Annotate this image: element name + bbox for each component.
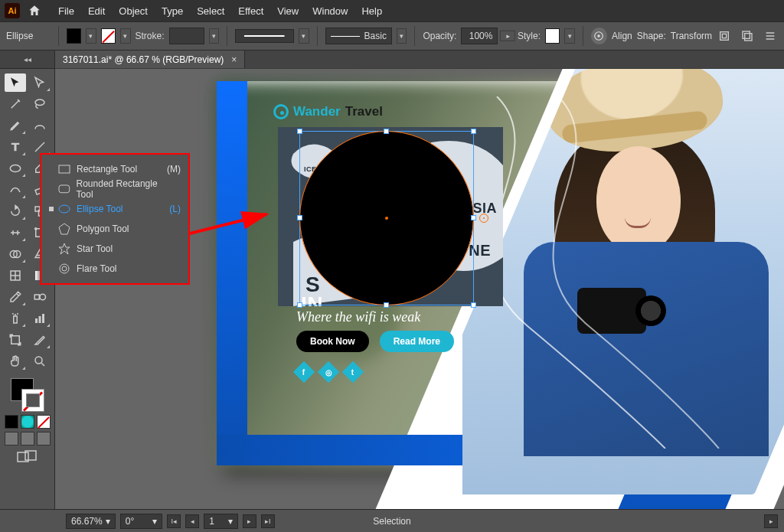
artboard-first[interactable]: I◂: [167, 514, 181, 528]
arrange-icon[interactable]: [763, 28, 778, 44]
draw-normal[interactable]: [5, 432, 18, 446]
opacity-dd[interactable]: [500, 31, 515, 41]
flyout-flare[interactable]: Flare Tool: [46, 259, 184, 279]
slice-tool[interactable]: [29, 331, 51, 349]
stroke-weight-dd[interactable]: [209, 28, 220, 44]
artboard-prev[interactable]: ◂: [185, 514, 199, 528]
document-tab[interactable]: 3167011.ai* @ 66.67 % (RGB/Preview) ×: [55, 51, 245, 68]
menu-type[interactable]: Type: [162, 5, 183, 17]
column-graph-tool[interactable]: [29, 309, 51, 328]
menu-edit[interactable]: Edit: [88, 5, 105, 17]
handle-bot-mid[interactable]: [384, 302, 389, 308]
align-button[interactable]: Align: [612, 31, 632, 41]
pie-widget[interactable]: [479, 214, 488, 223]
flyout-shortcut: (M): [167, 164, 181, 175]
artboard-number[interactable]: 1▾: [204, 514, 238, 529]
color-mode-gradient[interactable]: [21, 415, 34, 429]
isolate-icon[interactable]: [717, 28, 732, 44]
transform-button[interactable]: Transform: [671, 31, 712, 41]
type-tool[interactable]: [5, 138, 26, 156]
flyout-polygon[interactable]: Polygon Tool: [46, 219, 184, 239]
shaper-tool[interactable]: [5, 181, 26, 199]
shape-button[interactable]: Shape:: [637, 31, 666, 41]
lasso-tool[interactable]: [29, 95, 51, 113]
book-now-button[interactable]: Book Now: [296, 331, 369, 352]
handle-top-right[interactable]: [471, 129, 476, 134]
draw-inside[interactable]: [37, 432, 51, 446]
hand-tool[interactable]: [5, 352, 26, 370]
curvature-tool[interactable]: [29, 116, 51, 135]
close-tab-icon[interactable]: ×: [231, 54, 237, 65]
rotate-dropdown[interactable]: 0°▾: [120, 514, 162, 529]
pen-tool[interactable]: [5, 116, 26, 135]
magic-wand-tool[interactable]: [5, 95, 26, 113]
recolor-icon[interactable]: [591, 28, 607, 44]
width-tool[interactable]: [5, 224, 26, 242]
artboard-next[interactable]: ▸: [243, 514, 256, 528]
canvas[interactable]: Wander Travel ICELAND SSIA NE S IN: [55, 69, 784, 509]
stroke-dropdown[interactable]: [120, 28, 131, 44]
symbol-sprayer-tool[interactable]: [5, 309, 26, 328]
handle-top-left[interactable]: [297, 129, 302, 134]
menu-select[interactable]: Select: [197, 5, 224, 17]
social-twitter[interactable]: t: [342, 361, 364, 383]
brush-basic[interactable]: Basic: [325, 28, 392, 44]
zoom-dropdown[interactable]: 66.67%▾: [66, 514, 116, 529]
menu-object[interactable]: Object: [119, 5, 148, 17]
stroke-weight[interactable]: [169, 28, 204, 44]
flyout-rectangle[interactable]: Rectangle Tool (M): [46, 159, 184, 179]
selection-tool[interactable]: [5, 73, 26, 92]
artboard-last[interactable]: ▸I: [261, 514, 275, 528]
home-icon[interactable]: [28, 4, 41, 18]
opacity-value[interactable]: 100%: [461, 28, 498, 44]
svg-point-34: [62, 266, 67, 271]
artboard-tool[interactable]: [5, 331, 26, 349]
center-point[interactable]: [385, 217, 388, 220]
ellipse-tool[interactable]: [5, 159, 26, 178]
fill-dropdown[interactable]: [86, 28, 96, 44]
panel-collapse-handle[interactable]: ◂◂: [0, 51, 55, 68]
graphic-style[interactable]: [545, 28, 560, 44]
status-menu[interactable]: ▸: [764, 514, 778, 528]
social-instagram[interactable]: ◎: [318, 361, 339, 383]
menu-view[interactable]: View: [277, 5, 299, 17]
color-mode-solid[interactable]: [5, 415, 18, 429]
menu-file[interactable]: File: [58, 5, 74, 17]
fill-stroke-control[interactable]: [11, 378, 44, 412]
color-mode-none[interactable]: [37, 415, 51, 429]
stroke-color[interactable]: [21, 389, 44, 412]
stroke-profile-dd[interactable]: [299, 28, 309, 44]
selection-bounding-box[interactable]: [299, 131, 474, 305]
menu-effect[interactable]: Effect: [238, 5, 263, 17]
cta-row: Book Now Read More: [296, 331, 454, 352]
read-more-button[interactable]: Read More: [380, 331, 454, 352]
handle-mid-right[interactable]: [471, 215, 476, 220]
zoom-tool[interactable]: [29, 352, 51, 370]
fill-swatch[interactable]: [67, 28, 81, 44]
rotate-tool[interactable]: [5, 202, 26, 220]
screen-mode[interactable]: [3, 450, 51, 464]
eyedropper-tool[interactable]: [5, 288, 26, 306]
handle-mid-left[interactable]: [297, 215, 302, 220]
stroke-profile[interactable]: [235, 29, 294, 43]
handle-top-mid[interactable]: [384, 129, 389, 134]
draw-behind[interactable]: [21, 432, 34, 446]
social-facebook[interactable]: f: [293, 361, 315, 383]
handle-bot-right[interactable]: [471, 302, 476, 308]
handle-bot-left[interactable]: [297, 302, 302, 308]
blend-tool[interactable]: [29, 288, 51, 306]
stroke-swatch[interactable]: [101, 28, 116, 44]
mesh-tool[interactable]: [5, 266, 26, 285]
shape-builder-tool[interactable]: [5, 245, 26, 263]
direct-selection-tool[interactable]: [29, 73, 51, 92]
menu-help[interactable]: Help: [361, 5, 382, 17]
flyout-rounded-rectangle[interactable]: Rounded Rectangle Tool: [46, 179, 184, 199]
brush-dd[interactable]: [397, 28, 407, 44]
graphic-style-dd[interactable]: [564, 28, 575, 44]
flyout-star[interactable]: Star Tool: [46, 239, 184, 259]
menu-window[interactable]: Window: [312, 5, 348, 17]
artboard[interactable]: Wander Travel ICELAND SSIA NE S IN: [217, 81, 757, 465]
shape-tool-flyout[interactable]: Rectangle Tool (M) Rounded Rectangle Too…: [40, 153, 190, 285]
flyout-ellipse[interactable]: Ellipse Tool (L): [46, 199, 184, 219]
crop-icon[interactable]: [740, 28, 755, 44]
